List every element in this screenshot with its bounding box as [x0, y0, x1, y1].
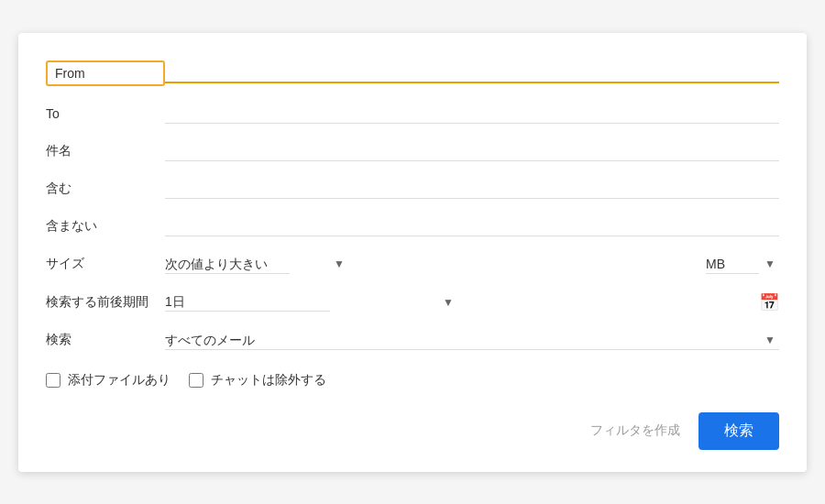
- has-attachment-label: 添付ファイルあり: [68, 372, 170, 389]
- date-range-inner-wrapper: 1日 3日 1週間 2週間 1か月 2か月 6か月 1年 ▼: [165, 292, 457, 312]
- size-unit-wrapper: MB KB bytes ▼: [706, 255, 779, 274]
- checkbox-row: 添付ファイルあり チャットは除外する: [46, 359, 779, 398]
- date-range-label: 検索する前後期間: [46, 294, 165, 311]
- to-label: To: [46, 106, 165, 121]
- excludes-input[interactable]: [165, 217, 779, 236]
- subject-label: 件名: [46, 143, 165, 159]
- from-row: From: [46, 51, 779, 95]
- from-label: From: [46, 60, 165, 86]
- to-input[interactable]: [165, 104, 779, 124]
- date-range-arrow-icon: ▼: [443, 296, 454, 309]
- size-unit-select-wrapper: MB KB bytes ▼: [706, 255, 779, 274]
- subject-input[interactable]: [165, 142, 779, 161]
- date-range-row: 検索する前後期間 1日 3日 1週間 2週間 1か月 2か月 6か月 1年 ▼ …: [46, 283, 779, 322]
- search-in-select-wrapper: すべてのメール 受信トレイ スター付き 送信済み ゴミ箱 ▼: [165, 331, 779, 350]
- contains-label: 含む: [46, 181, 165, 197]
- contains-row: 含む: [46, 170, 779, 208]
- has-attachment-checkbox[interactable]: [46, 373, 60, 388]
- subject-row: 件名: [46, 133, 779, 170]
- size-condition-arrow-icon: ▼: [334, 257, 345, 270]
- create-filter-button[interactable]: フィルタを作成: [590, 422, 680, 439]
- exclude-chat-label: チャットは除外する: [211, 372, 326, 389]
- size-unit-arrow-icon: ▼: [764, 257, 776, 270]
- date-range-select-wrapper: 1日 3日 1週間 2週間 1か月 2か月 6か月 1年 ▼ 📅: [165, 292, 779, 312]
- calendar-icon[interactable]: 📅: [759, 292, 779, 312]
- size-condition-select[interactable]: 次の値より大きい 次の値より小さい 次の値と等しい: [165, 255, 290, 274]
- size-condition-wrapper: 次の値より大きい 次の値より小さい 次の値と等しい ▼: [165, 255, 348, 274]
- search-in-row: 検索 すべてのメール 受信トレイ スター付き 送信済み ゴミ箱 ▼: [46, 322, 779, 359]
- exclude-chat-checkbox[interactable]: [189, 373, 204, 388]
- date-range-select[interactable]: 1日 3日 1週間 2週間 1か月 2か月 6か月 1年: [165, 292, 330, 312]
- exclude-chat-checkbox-label[interactable]: チャットは除外する: [189, 372, 326, 389]
- contains-input[interactable]: [165, 180, 779, 199]
- footer-row: フィルタを作成 検索: [46, 398, 779, 454]
- size-row: サイズ 次の値より大きい 次の値より小さい 次の値と等しい ▼ MB KB by…: [46, 246, 779, 283]
- search-button[interactable]: 検索: [698, 412, 779, 450]
- search-in-select[interactable]: すべてのメール 受信トレイ スター付き 送信済み ゴミ箱: [165, 331, 779, 350]
- search-dialog: From To 件名 含む 含まない サイズ 次の値より大きい 次の値より小さい…: [18, 33, 807, 472]
- from-input[interactable]: [165, 63, 779, 83]
- size-unit-select[interactable]: MB KB bytes: [706, 255, 759, 274]
- excludes-label: 含まない: [46, 218, 165, 235]
- excludes-row: 含まない: [46, 208, 779, 246]
- has-attachment-checkbox-label[interactable]: 添付ファイルあり: [46, 372, 170, 389]
- size-label: サイズ: [46, 256, 165, 272]
- to-row: To: [46, 95, 779, 133]
- search-in-label: 検索: [46, 332, 165, 348]
